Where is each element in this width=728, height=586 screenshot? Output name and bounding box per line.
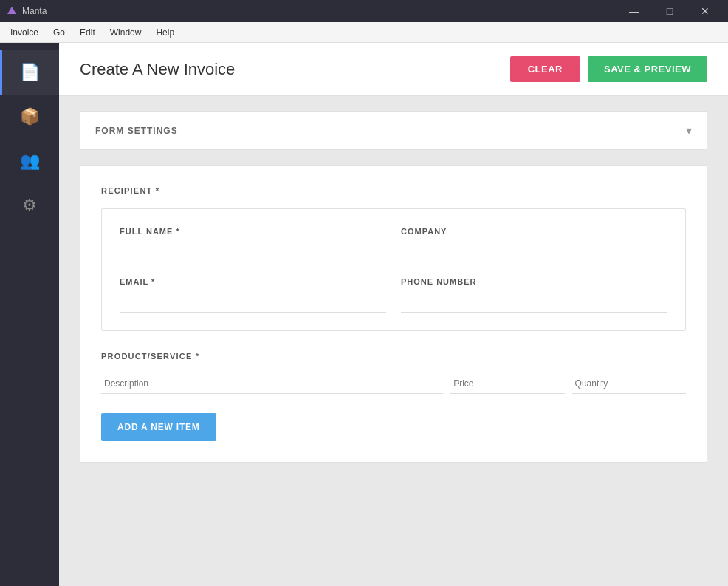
email-input[interactable] bbox=[120, 292, 386, 313]
chevron-down-icon: ▾ bbox=[686, 123, 692, 137]
menu-go[interactable]: Go bbox=[46, 24, 72, 41]
save-preview-button[interactable]: SAVE & PREVIEW bbox=[588, 56, 707, 82]
header-actions: CLEAR SAVE & PREVIEW bbox=[510, 56, 707, 82]
sidebar: 📄 📦 👥 ⚙ bbox=[0, 43, 59, 586]
title-bar-left: Manta bbox=[6, 5, 47, 17]
menu-help[interactable]: Help bbox=[148, 24, 182, 41]
form-area: FORM SETTINGS ▾ RECIPIENT * FULL NAME * bbox=[59, 96, 728, 586]
clear-button[interactable]: CLEAR bbox=[510, 56, 580, 82]
price-input[interactable] bbox=[450, 374, 564, 394]
form-row-email-phone: EMAIL * PHONE NUMBER bbox=[120, 277, 667, 313]
sidebar-item-settings[interactable]: ⚙ bbox=[0, 183, 59, 228]
recipient-section-label: RECIPIENT * bbox=[101, 186, 686, 195]
phone-input[interactable] bbox=[401, 292, 667, 313]
title-bar: Manta — □ ✕ bbox=[0, 0, 728, 22]
sidebar-item-clients[interactable]: 👥 bbox=[0, 139, 59, 183]
company-label: COMPANY bbox=[401, 227, 667, 236]
form-row-name-company: FULL NAME * COMPANY bbox=[120, 227, 667, 262]
maximize-button[interactable]: □ bbox=[653, 0, 687, 22]
page-title: Create A New Invoice bbox=[80, 60, 235, 79]
menu-invoice[interactable]: Invoice bbox=[3, 24, 46, 41]
invoice-icon: 📄 bbox=[20, 63, 40, 82]
product-section: PRODUCT/SERVICE * ADD A NEW ITEM bbox=[101, 352, 686, 441]
quantity-col bbox=[572, 374, 686, 394]
menu-window[interactable]: Window bbox=[103, 24, 149, 41]
form-settings-header[interactable]: FORM SETTINGS ▾ bbox=[80, 112, 707, 149]
description-input[interactable] bbox=[101, 374, 443, 394]
product-table-header bbox=[101, 374, 686, 394]
recipient-section: FULL NAME * COMPANY EMAIL * bbox=[101, 208, 686, 331]
main-content: Create A New Invoice CLEAR SAVE & PREVIE… bbox=[59, 43, 728, 586]
full-name-group: FULL NAME * bbox=[120, 227, 386, 262]
product-section-label: PRODUCT/SERVICE * bbox=[101, 352, 686, 361]
page-header: Create A New Invoice CLEAR SAVE & PREVIE… bbox=[59, 43, 728, 96]
menu-bar: Invoice Go Edit Window Help bbox=[0, 22, 728, 43]
inbox-icon: 📦 bbox=[20, 107, 40, 126]
add-new-item-button[interactable]: ADD A NEW ITEM bbox=[101, 413, 216, 441]
full-name-label: FULL NAME * bbox=[120, 227, 386, 236]
price-col bbox=[450, 374, 564, 394]
form-card: RECIPIENT * FULL NAME * COMPANY bbox=[80, 165, 707, 463]
phone-group: PHONE NUMBER bbox=[401, 277, 667, 313]
full-name-input[interactable] bbox=[120, 242, 386, 262]
window-controls: — □ ✕ bbox=[617, 0, 722, 22]
company-group: COMPANY bbox=[401, 227, 667, 262]
sidebar-item-invoice[interactable]: 📄 bbox=[0, 50, 59, 95]
form-settings-label: FORM SETTINGS bbox=[95, 126, 178, 136]
app-title: Manta bbox=[22, 6, 47, 16]
form-settings-panel: FORM SETTINGS ▾ bbox=[80, 111, 707, 150]
svg-marker-0 bbox=[7, 7, 16, 14]
clients-icon: 👥 bbox=[20, 151, 40, 171]
minimize-button[interactable]: — bbox=[617, 0, 651, 22]
sidebar-item-inbox[interactable]: 📦 bbox=[0, 95, 59, 139]
quantity-input[interactable] bbox=[572, 374, 686, 394]
settings-icon: ⚙ bbox=[22, 196, 37, 215]
app-icon bbox=[6, 5, 18, 17]
email-group: EMAIL * bbox=[120, 277, 386, 313]
menu-edit[interactable]: Edit bbox=[72, 24, 103, 41]
close-button[interactable]: ✕ bbox=[688, 0, 722, 22]
company-input[interactable] bbox=[401, 242, 667, 262]
email-label: EMAIL * bbox=[120, 277, 386, 286]
app-container: 📄 📦 👥 ⚙ Create A New Invoice CLEAR SAVE … bbox=[0, 43, 728, 586]
phone-label: PHONE NUMBER bbox=[401, 277, 667, 286]
description-col bbox=[101, 374, 443, 394]
